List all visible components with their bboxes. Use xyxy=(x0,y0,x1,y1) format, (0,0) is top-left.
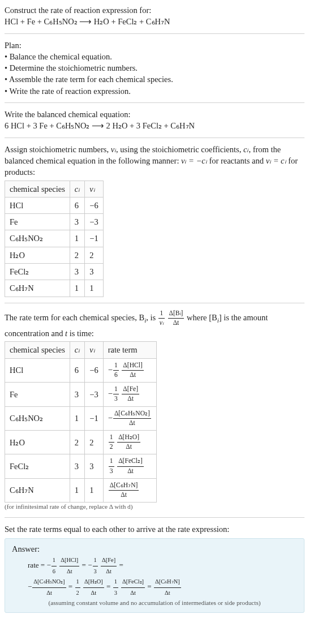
nu-symbol: νᵢ xyxy=(111,145,116,154)
frac-bot: 3 xyxy=(113,394,119,403)
cell-c: 3 xyxy=(70,454,84,478)
cell-c: 2 xyxy=(70,247,84,263)
frac-bot: Δt xyxy=(122,394,139,403)
table-row: C₆H₅NO₂1−1 xyxy=(5,230,104,247)
cell-c: 1 xyxy=(70,478,84,502)
cell-c: 6 xyxy=(70,197,84,213)
frac-top: Δ[C₆H₅NO₂] xyxy=(113,409,151,419)
frac-top: Δ[FeCl₂] xyxy=(121,577,145,588)
fraction: Δ[FeCl₂]Δt xyxy=(121,577,145,599)
fraction: Δ[C₆H₅NO₂]Δt xyxy=(113,409,152,428)
cell-c: 3 xyxy=(70,214,84,230)
cell-species: C₆H₇N xyxy=(5,478,70,502)
frac-bot: Δt xyxy=(113,419,151,428)
fraction: 16 xyxy=(51,555,57,577)
fraction: Δ[H₂O]Δt xyxy=(83,577,105,599)
frac-bot: 3 xyxy=(93,566,98,577)
frac-bot: Δt xyxy=(117,443,140,452)
frac-bot: Δt xyxy=(122,371,144,380)
col-c: cᵢ xyxy=(70,181,84,197)
stoich-intro: Assign stoichiometric numbers, νᵢ, using… xyxy=(5,144,304,178)
stoich-table: chemical species cᵢ νᵢ HCl6−6 Fe3−3 C₆H₅… xyxy=(5,181,104,297)
frac-bot: Δt xyxy=(117,467,144,476)
balanced-title: Write the balanced chemical equation: xyxy=(5,109,304,120)
table-header-row: chemical species cᵢ νᵢ rate term xyxy=(5,342,157,358)
table-header-row: chemical species cᵢ νᵢ xyxy=(5,181,104,197)
table-row: Fe3−3 xyxy=(5,214,104,230)
cell-rate-term: Δ[C₆H₇N]Δt xyxy=(103,478,156,502)
ci-symbol: cᵢ xyxy=(75,184,80,194)
table-row: C₆H₇N11Δ[C₆H₇N]Δt xyxy=(5,478,157,502)
col-v: νᵢ xyxy=(85,342,103,358)
frac-bot: Δt xyxy=(109,491,139,500)
fraction: Δ[FeCl₂]Δt xyxy=(117,457,144,475)
cell-rate-term: 12 Δ[H₂O]Δt xyxy=(103,430,156,454)
divider xyxy=(5,33,304,34)
fraction: Δ[H₂O]Δt xyxy=(117,433,141,452)
cell-v: 1 xyxy=(85,478,103,502)
frac-bot: Δt xyxy=(168,319,184,328)
fraction: Δ[HCl]Δt xyxy=(59,555,80,577)
frac-bot: Δt xyxy=(101,566,117,577)
col-v: νᵢ xyxy=(85,181,103,197)
frac-top: 1 xyxy=(109,433,114,443)
final-section: Set the rate terms equal to each other t… xyxy=(5,523,304,613)
cell-rate-term: −13 Δ[Fe]Δt xyxy=(103,383,156,406)
nu-symbol: νᵢ xyxy=(89,184,95,194)
frac-top: 1 xyxy=(52,555,57,566)
divider xyxy=(5,102,304,103)
plan-item: Assemble the rate term for each chemical… xyxy=(9,75,173,84)
balanced-section: Write the balanced chemical equation: 6 … xyxy=(5,109,304,132)
cell-c: 1 xyxy=(70,230,84,247)
frac-bot: 6 xyxy=(113,371,119,380)
cell-v: −1 xyxy=(85,230,103,247)
frac-top: Δ[C₆H₇N] xyxy=(109,481,139,491)
table-row: H₂O2212 Δ[H₂O]Δt xyxy=(5,430,157,454)
fraction: 13 xyxy=(113,385,119,403)
frac-top: Δ[C₆H₇N] xyxy=(154,577,181,588)
fraction: Δ[HCl]Δt xyxy=(121,361,144,380)
text: Assign stoichiometric numbers, xyxy=(5,145,111,154)
rateterm-table: chemical species cᵢ νᵢ rate term HCl6−6−… xyxy=(5,341,157,503)
table-row: FeCl₂33 xyxy=(5,264,104,280)
table-row: FeCl₂3313 Δ[FeCl₂]Δt xyxy=(5,454,157,478)
rateterm-intro: The rate term for each chemical species,… xyxy=(5,309,304,340)
frac-top: 1 xyxy=(113,361,119,371)
frac-top: Δ[Fe] xyxy=(101,555,117,566)
table-row: H₂O22 xyxy=(5,247,104,263)
table-row: C₆H₇N11 xyxy=(5,280,104,297)
divider xyxy=(5,303,304,303)
balanced-equation: 6 HCl + 3 Fe + C₆H₅NO₂ ⟶ 2 H₂O + 3 FeCl₂… xyxy=(5,120,304,131)
cell-species: H₂O xyxy=(5,247,70,263)
frac-bot: 2 xyxy=(109,443,114,452)
divider xyxy=(5,517,304,518)
cell-species: C₆H₅NO₂ xyxy=(5,230,70,247)
cell-species: FeCl₂ xyxy=(5,454,70,478)
ci-symbol: cᵢ xyxy=(75,345,80,354)
infinitesimal-note: (for infinitesimal rate of change, repla… xyxy=(5,503,304,512)
fraction: 12 xyxy=(75,577,81,599)
text: where [B xyxy=(187,313,217,322)
cell-species: Fe xyxy=(5,214,70,230)
frac-bot: 3 xyxy=(113,588,118,599)
plan-item: Write the rate of reaction expression. xyxy=(9,87,130,96)
stoich-section: Assign stoichiometric numbers, νᵢ, using… xyxy=(5,144,304,297)
frac-top: Δ[FeCl₂] xyxy=(117,457,144,466)
frac-top: 1 xyxy=(93,555,98,566)
frac-bot: Δt xyxy=(83,588,104,599)
answer-box: Answer: rate = −16 Δ[HCl]Δt = −13 Δ[Fe]Δ… xyxy=(5,538,304,612)
frac-top: 1 xyxy=(75,577,80,588)
cell-c: 6 xyxy=(70,358,84,382)
relation-reactants: νᵢ = −cᵢ xyxy=(181,156,207,165)
cell-c: 1 xyxy=(70,280,84,297)
fraction: 13 xyxy=(113,577,119,599)
frac-one-over-nu: 1νᵢ xyxy=(158,309,165,328)
relation-products: νᵢ = cᵢ xyxy=(266,156,286,165)
ci-symbol: cᵢ xyxy=(243,145,248,154)
cell-species: H₂O xyxy=(5,430,70,454)
plan-item: Balance the chemical equation. xyxy=(10,52,112,61)
fraction: 16 xyxy=(113,361,119,380)
cell-v: −6 xyxy=(85,358,103,382)
divider xyxy=(5,138,304,138)
frac-top: Δ[Bᵢ] xyxy=(168,309,184,319)
